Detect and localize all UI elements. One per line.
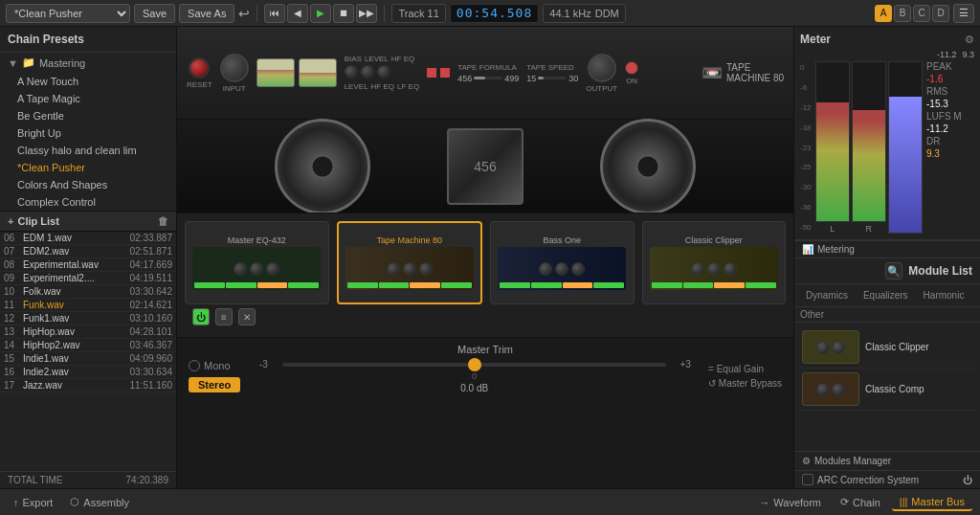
table-row[interactable]: 08 Experimental.wav 04:17.669: [0, 258, 176, 272]
delete-clip-icon[interactable]: 🗑: [158, 215, 168, 227]
led-red-2: [440, 68, 450, 78]
table-row[interactable]: 17 Jazz.wav 11:51.160: [0, 379, 176, 392]
level-knob[interactable]: [361, 65, 374, 78]
module-knob[interactable]: [387, 262, 400, 276]
module-slot-tape[interactable]: Tape Machine 80: [337, 221, 483, 304]
export-button[interactable]: ↑ Export: [8, 495, 58, 510]
module-knob[interactable]: [234, 262, 247, 276]
input-knob[interactable]: [220, 54, 249, 82]
output-control: OUTPUT: [586, 54, 617, 93]
module-knob[interactable]: [691, 262, 704, 276]
modules-manager-button[interactable]: ⚙ Modules Manager: [794, 451, 980, 470]
chain-button[interactable]: ⟳ Chain: [833, 494, 888, 511]
ab-btn-c[interactable]: C: [913, 5, 930, 22]
trim-slider-track[interactable]: [282, 363, 666, 367]
add-clip-icon[interactable]: +: [8, 215, 13, 227]
module-knob[interactable]: [571, 262, 585, 276]
meter-scale-tick: -23: [800, 144, 812, 152]
table-row[interactable]: 07 EDM2.wav 02:51.871: [0, 245, 176, 258]
prev-button[interactable]: ◀: [287, 4, 308, 23]
power-button[interactable]: ⏻: [192, 308, 210, 325]
preset-item[interactable]: Bright Up: [0, 124, 176, 142]
next-button[interactable]: ▶▶: [356, 4, 377, 23]
preset-select[interactable]: *Clean Pusher: [6, 4, 130, 23]
module-knob[interactable]: [266, 262, 279, 276]
lufs-row: LUFS M: [926, 111, 974, 122]
module-slot-clipper[interactable]: Classic Clipper: [642, 221, 787, 304]
module-knob[interactable]: [250, 262, 263, 276]
stop-button[interactable]: ⏹: [333, 4, 354, 23]
list-item[interactable]: Classic Comp: [798, 369, 976, 411]
module-list-search[interactable]: 🔍: [885, 262, 902, 280]
preset-item[interactable]: A Tape Magic: [0, 90, 176, 107]
table-row[interactable]: 11 Funk.wav 02:14.621: [0, 299, 176, 312]
ab-btn-a[interactable]: A: [875, 5, 892, 22]
ab-buttons: A B C D: [875, 5, 949, 22]
reset-knob[interactable]: [189, 57, 210, 78]
bottom-bar: ↑ Export ⬡ Assembly → Waveform ⟳ Chain |…: [0, 488, 980, 515]
play-button[interactable]: ▶: [310, 4, 331, 23]
bias-knob[interactable]: [345, 65, 358, 78]
table-row[interactable]: 09 Experimental2.... 04:19.511: [0, 272, 176, 285]
on-led[interactable]: [625, 61, 638, 75]
undo-icon[interactable]: ↩: [238, 6, 250, 21]
module-list-tab[interactable]: Harmonic: [918, 288, 970, 302]
output-knob[interactable]: [588, 54, 616, 82]
ab-btn-b[interactable]: B: [894, 5, 911, 22]
meter-bar-extra: [888, 61, 923, 234]
hf-eq-knob[interactable]: [377, 65, 390, 78]
table-row[interactable]: 14 HipHop2.wav 03:46.367: [0, 339, 176, 352]
master-bus-button[interactable]: ||| Master Bus: [892, 494, 972, 511]
module-list-tab[interactable]: Equalizers: [858, 288, 914, 302]
save-as-button[interactable]: Save As: [179, 4, 234, 23]
list-item[interactable]: Classic Clipper: [798, 326, 976, 369]
preset-item[interactable]: Complex Control: [0, 193, 176, 211]
clip-time: 04:09.960: [115, 353, 172, 364]
assembly-button[interactable]: ⬡ Assembly: [64, 494, 135, 510]
module-knob[interactable]: [707, 262, 721, 276]
table-row[interactable]: 13 HipHop.wav 04:28.101: [0, 325, 176, 339]
clip-time: 03:46.367: [115, 340, 172, 350]
trim-slider-thumb[interactable]: [468, 358, 481, 371]
close-button[interactable]: ✕: [238, 308, 256, 325]
preset-item[interactable]: Be Gentle: [0, 107, 176, 124]
table-row[interactable]: 10 Folk.wav 03:30.642: [0, 285, 176, 299]
module-knob[interactable]: [539, 262, 552, 276]
save-button[interactable]: Save: [134, 4, 175, 23]
module-slot-eq[interactable]: Master EQ-432: [185, 221, 329, 304]
arc-checkbox[interactable]: [802, 474, 813, 485]
module-list-tab[interactable]: Dynamics: [800, 288, 854, 302]
list-button[interactable]: ≡: [215, 308, 233, 325]
preset-item[interactable]: Colors And Shapes: [0, 176, 176, 193]
arc-correction-button[interactable]: ARC Correction System ⏻: [794, 470, 980, 488]
menu-button[interactable]: ☰: [953, 4, 974, 23]
table-row[interactable]: 15 Indie1.wav 04:09.960: [0, 352, 176, 366]
table-row[interactable]: 12 Funk1.wav 03:10.160: [0, 312, 176, 325]
module-knob[interactable]: [555, 262, 568, 276]
preset-item[interactable]: Classy halo and clean lim: [0, 142, 176, 159]
tape-formula-slider[interactable]: [474, 77, 502, 79]
module-knob[interactable]: [419, 262, 433, 276]
preset-item[interactable]: A New Touch: [0, 73, 176, 90]
arc-power-icon[interactable]: ⏻: [963, 475, 972, 485]
ab-btn-d[interactable]: D: [932, 5, 949, 22]
preset-item[interactable]: *Clean Pusher: [0, 159, 176, 176]
module-knob[interactable]: [403, 262, 416, 276]
table-row[interactable]: 16 Indie2.wav 03:30.634: [0, 366, 176, 379]
divider: [256, 5, 257, 22]
module-knob[interactable]: [724, 262, 737, 276]
tape-speed-slider[interactable]: [538, 77, 567, 79]
trim-slider-section: -3 +3 0 0.0 dB: [252, 359, 697, 393]
stereo-button[interactable]: Stereo: [189, 377, 240, 392]
metering-button[interactable]: 📊 Metering: [794, 240, 980, 258]
export-icon: ↑: [13, 497, 19, 508]
module-slot-bass[interactable]: Bass One: [490, 221, 635, 304]
peak-label: PEAK: [926, 61, 952, 72]
skip-back-button[interactable]: ⏮: [264, 4, 285, 23]
mono-label: Mono: [204, 360, 231, 371]
waveform-button[interactable]: → Waveform: [751, 494, 829, 511]
mono-button[interactable]: Mono: [189, 360, 240, 371]
meter-settings-icon[interactable]: ⚙: [965, 34, 974, 46]
export-label: Export: [23, 497, 54, 508]
table-row[interactable]: 06 EDM 1.wav 02:33.887: [0, 232, 176, 245]
